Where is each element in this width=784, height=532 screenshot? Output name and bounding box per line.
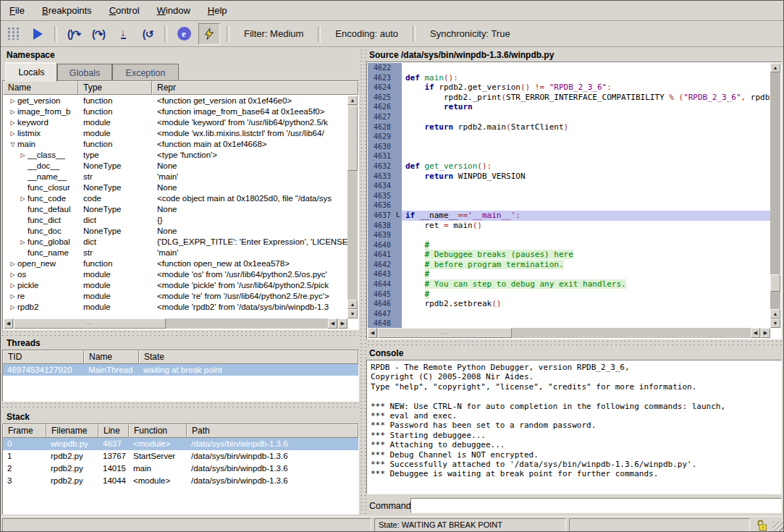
scroll-left-button[interactable]: ◀	[368, 328, 377, 338]
namespace-vscrollbar[interactable]: ▲ ▲ ▼	[347, 96, 358, 318]
scroll-up-button[interactable]: ▲	[770, 63, 780, 72]
scroll-thumb[interactable]: ⋯	[378, 328, 512, 338]
resize-grip[interactable]	[772, 521, 784, 532]
line-number[interactable]: 4640	[368, 240, 394, 250]
source-hscrollbar[interactable]: ◀ ⋯ ◀ ▶	[368, 328, 770, 338]
namespace-row[interactable]: func_docNoneTypeNone	[4, 226, 347, 237]
source-line[interactable]: 4624 if rpdb2.get_version() != "RPDB_2_3…	[368, 83, 770, 93]
tab-globals[interactable]: Globals	[57, 64, 112, 82]
stack-frame-row[interactable]: 3rpdb2.py14044<module>/data/sys/bin/winp…	[3, 475, 358, 487]
namespace-row[interactable]: func_defaulNoneTypeNone	[4, 204, 347, 215]
expand-arrow-icon[interactable]: ▷	[8, 117, 17, 128]
expand-arrow-icon[interactable]: ▷	[8, 96, 17, 106]
namespace-row[interactable]: ▷remodule<module 're' from '/usr/lib64/p…	[4, 291, 347, 302]
go-button[interactable]	[28, 24, 48, 44]
collapse-arrow-icon[interactable]: ▽	[8, 139, 17, 150]
line-number[interactable]: 4635	[368, 191, 394, 201]
column-header[interactable]: Type	[78, 81, 152, 95]
source-line[interactable]: 4647	[368, 309, 770, 319]
namespace-row[interactable]: func_dictdict{}	[4, 215, 347, 226]
line-number[interactable]: 4638	[368, 221, 394, 231]
line-number[interactable]: 4647	[368, 309, 394, 319]
synchronicity-button[interactable]	[198, 23, 220, 45]
source-line[interactable]: 4640 #	[368, 240, 770, 250]
expand-arrow-icon[interactable]: ▷	[8, 280, 17, 291]
stack-frame-row[interactable]: 1rpdb2.py13767StartServer/data/sys/bin/w…	[3, 450, 358, 463]
line-number[interactable]: 4630	[368, 142, 394, 152]
menu-item-file[interactable]: File	[1, 1, 33, 20]
line-number[interactable]: 4628	[368, 122, 394, 132]
namespace-hscrollbar[interactable]: ◀ ⋯ ◀ ▶	[4, 318, 347, 329]
namespace-row[interactable]: ▷rpdb2module<module 'rpdb2' from '/data/…	[4, 302, 347, 313]
namespace-row[interactable]: ▷listmixmodule<module 'wx.lib.mixins.lis…	[4, 128, 347, 139]
break-button[interactable]	[3, 24, 23, 44]
menu-item-control[interactable]: Control	[101, 1, 148, 20]
scroll-left-button[interactable]: ◀	[328, 318, 337, 329]
scroll-down-button[interactable]: ▼	[770, 318, 780, 328]
source-line[interactable]: 4643 #	[368, 269, 770, 279]
namespace-threads-splitter[interactable]	[1, 330, 361, 337]
line-number[interactable]: 4648	[368, 318, 394, 328]
source-editor[interactable]: 46224623def main():4624 if rpdb2.get_ver…	[366, 62, 782, 339]
line-number[interactable]: 4646	[368, 299, 394, 309]
expand-arrow-icon[interactable]: ▷	[8, 258, 17, 269]
source-line[interactable]: 4633 return WINPDB_VERSION	[368, 172, 770, 182]
line-number[interactable]: 4626	[368, 102, 394, 112]
analyze-button[interactable]: e	[174, 24, 194, 44]
source-console-splitter[interactable]	[366, 339, 784, 347]
namespace-row[interactable]: ▷picklemodule<module 'pickle' from '/usr…	[4, 280, 347, 291]
line-number[interactable]: 4625	[368, 93, 394, 103]
namespace-row[interactable]: func_namestr'main'	[4, 248, 347, 258]
namespace-row[interactable]: __name__str'main'	[4, 172, 347, 182]
column-header[interactable]: Path	[187, 424, 358, 438]
namespace-row[interactable]: ▷func_codecode<code object main at 0x180…	[4, 193, 347, 204]
line-number[interactable]: 4623	[368, 73, 394, 83]
tab-locals[interactable]: Locals	[5, 62, 57, 82]
line-number[interactable]: 4637	[368, 211, 394, 221]
tab-exception[interactable]: Exception	[112, 64, 179, 82]
source-line[interactable]: 4623def main():	[368, 73, 770, 83]
return-button[interactable]: ↓	[113, 24, 133, 44]
menu-item-window[interactable]: Window	[148, 1, 199, 20]
line-number[interactable]: 4627	[368, 112, 394, 122]
scroll-up-button[interactable]: ▲	[770, 309, 780, 318]
scroll-up-button[interactable]: ▲	[347, 300, 358, 309]
source-line[interactable]: 4641 # Debuggee breaks (pauses) here	[368, 250, 770, 260]
scroll-right-button[interactable]: ▶	[761, 328, 770, 338]
expand-arrow-icon[interactable]: ▷	[8, 128, 17, 139]
line-number[interactable]: 4643	[368, 269, 394, 279]
source-line[interactable]: 4644 # You can step to debug any exit ha…	[368, 279, 770, 290]
scroll-right-button[interactable]: ▶	[338, 318, 347, 329]
line-number[interactable]: 4644	[368, 279, 394, 290]
line-number[interactable]: 4624	[368, 83, 394, 93]
line-number[interactable]: 4633	[368, 172, 394, 182]
scroll-thumb[interactable]	[770, 274, 780, 292]
source-line[interactable]: 4646 rpdb2.setbreak()	[368, 299, 770, 309]
expand-arrow-icon[interactable]: ▷	[8, 106, 17, 117]
source-line[interactable]: 4648	[368, 318, 770, 328]
step-into-button[interactable]: ()↷	[64, 24, 84, 44]
namespace-row[interactable]: __doc__NoneTypeNone	[4, 161, 347, 172]
column-header[interactable]: Name	[84, 350, 139, 364]
column-header[interactable]: State	[139, 350, 358, 364]
source-line[interactable]: 4627	[368, 112, 770, 122]
menu-item-help[interactable]: Help	[199, 1, 236, 20]
column-header[interactable]: Repr	[152, 81, 358, 95]
source-line[interactable]: 4638 ret = main()	[368, 221, 770, 231]
scroll-thumb[interactable]: ⋯	[14, 318, 166, 329]
line-number[interactable]: 4641	[368, 250, 394, 260]
line-number[interactable]: 4642	[368, 260, 394, 270]
expand-arrow-icon[interactable]: ▷	[8, 291, 17, 302]
scroll-left-button[interactable]: ◀	[4, 318, 13, 329]
menu-item-breakpoints[interactable]: Breakpoints	[33, 1, 101, 20]
expand-arrow-icon[interactable]: ▷	[8, 302, 17, 313]
source-line[interactable]: 4626 return	[368, 102, 770, 112]
namespace-row[interactable]: func_closurNoneTypeNone	[4, 182, 347, 193]
stack-frame-row[interactable]: 2rpdb2.py14015main/data/sys/bin/winpdb-1…	[3, 463, 358, 475]
goto-button[interactable]: (↺	[138, 24, 158, 44]
line-number[interactable]: 4632	[368, 161, 394, 172]
stack-frame-row[interactable]: 0winpdb.py4637<module>/data/sys/bin/winp…	[3, 438, 358, 450]
line-number[interactable]: 4636	[368, 200, 394, 211]
line-number[interactable]: 4622	[368, 63, 394, 73]
source-line[interactable]: 4631	[368, 151, 770, 161]
